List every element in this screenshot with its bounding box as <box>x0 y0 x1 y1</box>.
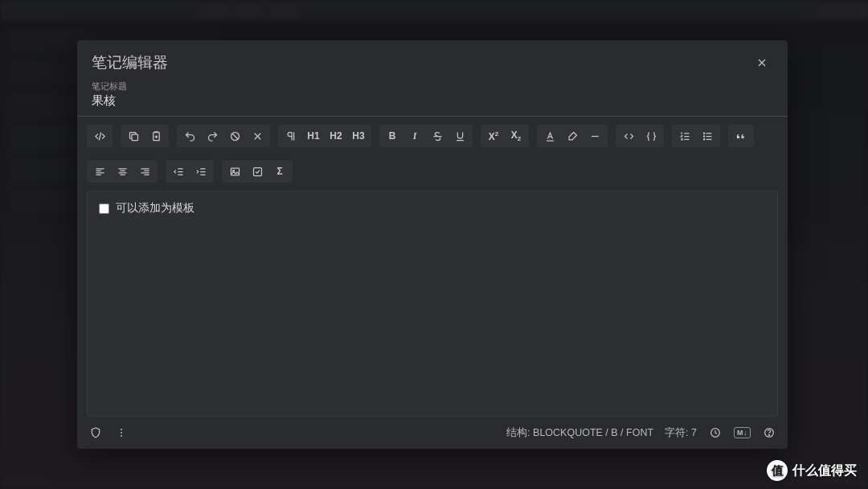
list-ul-icon <box>702 130 714 142</box>
note-title-field[interactable]: 笔记标题 <box>77 80 788 117</box>
paragraph-button[interactable] <box>280 126 302 146</box>
watermark-badge: 值 <box>767 460 788 481</box>
text-color-button[interactable] <box>538 126 561 146</box>
copy-button[interactable] <box>122 126 145 146</box>
watermark-text: 什么值得买 <box>792 462 857 479</box>
help-icon <box>763 426 776 439</box>
list-ol-icon <box>679 130 691 142</box>
horizontal-rule-button[interactable] <box>583 126 606 146</box>
redo-icon <box>207 130 219 142</box>
highlight-button[interactable] <box>561 126 583 146</box>
modal-header: 笔记编辑器 <box>77 40 788 80</box>
italic-button[interactable]: I <box>403 126 426 146</box>
clock-icon <box>709 426 722 439</box>
svg-point-14 <box>768 434 769 435</box>
remove-button[interactable] <box>246 126 268 146</box>
checklist-text: 可以添加为模板 <box>116 201 194 216</box>
font-color-icon <box>544 130 556 142</box>
indent-icon <box>195 166 207 178</box>
strikethrough-button[interactable] <box>426 126 448 146</box>
undo-icon <box>184 130 196 142</box>
svg-point-11 <box>121 435 122 437</box>
char-count: 字符: 7 <box>665 426 697 440</box>
svg-point-3 <box>703 133 704 134</box>
checkbox-button[interactable] <box>246 162 268 181</box>
outdent-icon <box>173 166 185 178</box>
svg-point-10 <box>121 432 122 434</box>
checkbox-icon <box>252 166 264 178</box>
image-icon <box>229 166 241 178</box>
align-left-icon <box>94 166 106 178</box>
x-icon <box>252 130 264 142</box>
align-right-button[interactable] <box>133 162 156 181</box>
checklist-checkbox[interactable] <box>99 203 109 214</box>
ordered-list-button[interactable] <box>674 126 696 146</box>
code-icon <box>623 130 635 142</box>
image-button[interactable] <box>223 162 246 181</box>
svg-rect-0 <box>132 134 138 141</box>
undo-button[interactable] <box>178 126 201 146</box>
superscript-button[interactable]: X2 <box>482 126 505 146</box>
pilcrow-icon <box>285 130 297 142</box>
no-icon <box>229 130 241 142</box>
svg-point-5 <box>703 138 704 139</box>
note-title-input[interactable] <box>92 92 773 111</box>
underline-button[interactable] <box>448 126 471 146</box>
more-button[interactable] <box>114 425 129 440</box>
svg-rect-6 <box>231 168 239 175</box>
note-title-label: 笔记标题 <box>92 80 773 92</box>
underline-icon <box>454 130 466 142</box>
quote-icon <box>735 130 747 142</box>
blockquote-button[interactable] <box>730 126 752 146</box>
structure-indicator: 结构: BLOCKQUOTE / B / FONT <box>506 426 653 440</box>
marker-icon <box>567 130 579 142</box>
h2-button[interactable]: H2 <box>325 126 347 146</box>
watermark: 值 什么值得买 <box>767 460 857 481</box>
indent-button[interactable] <box>190 162 212 181</box>
clear-format-button[interactable] <box>223 126 246 146</box>
help-button[interactable] <box>762 425 776 440</box>
checklist-item[interactable]: 可以添加为模板 <box>99 201 766 216</box>
editor-toolbar: H1 H2 H3 B I X2 X2 <box>77 123 788 184</box>
clipboard-plus-icon <box>150 130 162 142</box>
svg-point-4 <box>703 135 704 136</box>
outdent-button[interactable] <box>167 162 190 181</box>
inline-code-button[interactable] <box>617 126 640 146</box>
minus-icon <box>589 130 601 142</box>
shield-button[interactable] <box>88 425 103 440</box>
paste-button[interactable] <box>145 126 167 146</box>
unordered-list-button[interactable] <box>696 126 719 146</box>
h3-button[interactable]: H3 <box>347 126 370 146</box>
bold-button[interactable]: B <box>381 126 403 146</box>
modal-title: 笔记编辑器 <box>92 52 168 73</box>
align-left-button[interactable] <box>88 162 111 181</box>
align-right-icon <box>139 166 151 178</box>
modal-footer: 结构: BLOCKQUOTE / B / FONT 字符: 7 M↓ <box>77 417 788 449</box>
align-center-icon <box>117 166 129 178</box>
close-button[interactable] <box>751 51 773 74</box>
editor-content-area[interactable]: 可以添加为模板 <box>87 191 778 417</box>
svg-point-9 <box>121 429 122 430</box>
copy-icon <box>128 130 140 142</box>
svg-rect-8 <box>253 167 261 175</box>
source-code-button[interactable] <box>88 126 111 146</box>
redo-button[interactable] <box>201 126 223 146</box>
close-icon <box>755 56 768 69</box>
subscript-button[interactable]: X2 <box>505 126 527 146</box>
formula-button[interactable]: Σ <box>268 162 291 181</box>
more-vertical-icon <box>115 426 128 439</box>
strikethrough-icon <box>432 130 444 142</box>
history-button[interactable] <box>708 425 723 440</box>
braces-icon <box>645 130 657 142</box>
markdown-toggle[interactable]: M↓ <box>734 427 751 438</box>
align-center-button[interactable] <box>111 162 133 181</box>
h1-button[interactable]: H1 <box>302 126 325 146</box>
shield-icon <box>89 426 102 439</box>
code-block-button[interactable] <box>640 126 662 146</box>
code-slash-icon <box>94 130 106 142</box>
note-editor-modal: 笔记编辑器 笔记标题 H1 H2 H3 B <box>77 40 788 449</box>
